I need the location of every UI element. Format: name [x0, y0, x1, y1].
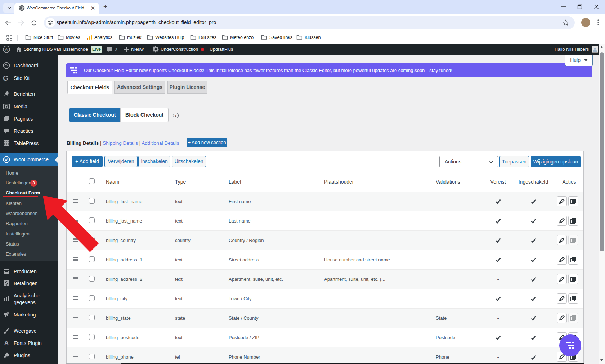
svg-text:W: W	[4, 47, 9, 52]
